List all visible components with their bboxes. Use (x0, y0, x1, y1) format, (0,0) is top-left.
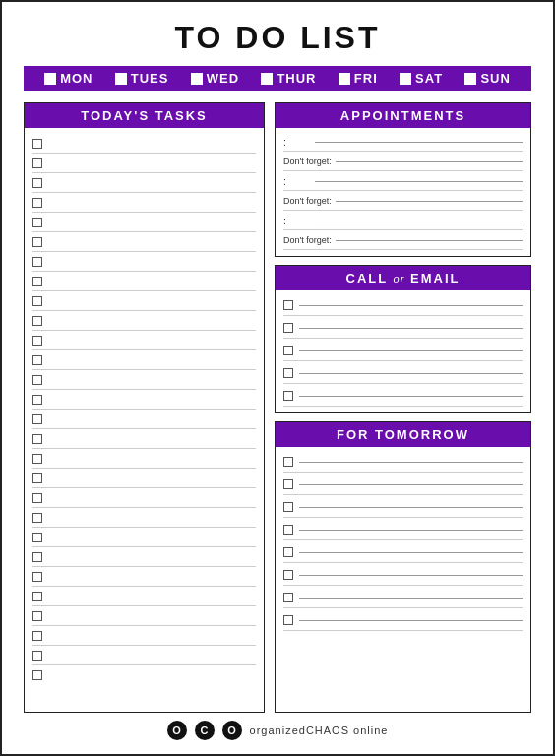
brand-circle-o2: O (222, 721, 242, 740)
task-row (32, 390, 256, 410)
day-tues[interactable]: TUES (115, 71, 169, 86)
task-checkbox[interactable] (32, 533, 42, 542)
task-row (32, 508, 256, 528)
tues-checkbox[interactable] (115, 73, 127, 85)
brand-name: organizedCHAOS online (250, 724, 389, 736)
task-checkbox[interactable] (32, 414, 42, 424)
task-checkbox[interactable] (32, 395, 42, 405)
call-checkbox[interactable] (283, 323, 293, 333)
day-wed[interactable]: WED (191, 71, 239, 86)
call-checkbox[interactable] (283, 346, 293, 355)
appt-line (336, 201, 523, 202)
tomorrow-row (283, 611, 523, 631)
call-line (299, 328, 523, 329)
task-row (32, 173, 256, 193)
mon-checkbox[interactable] (44, 73, 56, 85)
task-checkbox[interactable] (32, 158, 42, 168)
appt-dont-forget-row: Don't forget: (283, 154, 523, 171)
task-checkbox[interactable] (32, 237, 42, 247)
sun-checkbox[interactable] (464, 73, 476, 85)
tomorrow-line (299, 462, 523, 463)
tomorrow-header: FOR TOMORROW (276, 422, 530, 447)
tomorrow-row (283, 475, 523, 495)
task-checkbox[interactable] (32, 434, 42, 444)
appointments-body: : Don't forget: : Don't fo (276, 128, 530, 256)
task-row (32, 252, 256, 272)
tomorrow-section: FOR TOMORROW (275, 421, 531, 713)
task-checkbox[interactable] (32, 277, 42, 286)
wed-checkbox[interactable] (191, 73, 203, 85)
day-sat[interactable]: SAT (400, 71, 443, 86)
task-checkbox[interactable] (32, 218, 42, 227)
task-checkbox[interactable] (32, 257, 42, 267)
day-fri[interactable]: FRI (339, 71, 378, 86)
tomorrow-line (299, 530, 523, 531)
task-checkbox[interactable] (32, 552, 42, 562)
call-row (283, 342, 523, 361)
call-row (283, 364, 523, 384)
brand-circle-c: C (195, 721, 215, 740)
tomorrow-checkbox[interactable] (283, 615, 293, 625)
call-row (283, 387, 523, 407)
task-checkbox[interactable] (32, 454, 42, 464)
task-checkbox[interactable] (32, 631, 42, 641)
task-checkbox[interactable] (32, 139, 42, 149)
task-checkbox[interactable] (32, 493, 42, 503)
call-checkbox[interactable] (283, 300, 293, 310)
task-checkbox[interactable] (32, 592, 42, 601)
fri-label: FRI (354, 71, 378, 86)
tomorrow-checkbox[interactable] (283, 593, 293, 602)
task-row (32, 350, 256, 370)
call-row (283, 319, 523, 339)
appt-dont-forget-row: Don't forget: (283, 232, 523, 250)
appt-time: : (283, 216, 311, 226)
tomorrow-checkbox[interactable] (283, 525, 293, 535)
tomorrow-row (283, 589, 523, 608)
fri-checkbox[interactable] (339, 73, 350, 85)
tomorrow-checkbox[interactable] (283, 547, 293, 557)
tomorrow-checkbox[interactable] (283, 479, 293, 489)
call-line (299, 373, 523, 374)
mon-label: MON (60, 71, 92, 86)
tomorrow-body (276, 447, 530, 712)
day-sun[interactable]: SUN (464, 71, 510, 86)
task-row (32, 547, 256, 567)
appt-row: : (283, 173, 523, 191)
task-checkbox[interactable] (32, 473, 42, 483)
call-email-section: CALL or EMAIL (275, 265, 531, 413)
tomorrow-line (299, 598, 523, 598)
task-checkbox[interactable] (32, 611, 42, 621)
tomorrow-checkbox[interactable] (283, 570, 293, 580)
task-checkbox[interactable] (32, 316, 42, 326)
task-checkbox[interactable] (32, 572, 42, 582)
task-checkbox[interactable] (32, 651, 42, 661)
task-row (32, 429, 256, 449)
task-checkbox[interactable] (32, 513, 42, 523)
tomorrow-checkbox[interactable] (283, 502, 293, 512)
tomorrow-line (299, 620, 523, 621)
page: TO DO LIST MON TUES WED THUR FRI SAT (0, 0, 555, 756)
task-checkbox[interactable] (32, 336, 42, 346)
task-checkbox[interactable] (32, 178, 42, 188)
task-row (32, 193, 256, 213)
day-thur[interactable]: THUR (261, 71, 316, 86)
dont-forget-label: Don't forget: (283, 157, 332, 166)
sat-checkbox[interactable] (400, 73, 411, 85)
content-area: TODAY'S TASKS (24, 102, 531, 713)
appt-line (336, 240, 523, 241)
task-checkbox[interactable] (32, 670, 42, 680)
call-checkbox[interactable] (283, 391, 293, 401)
call-checkbox[interactable] (283, 368, 293, 378)
task-row (32, 291, 256, 311)
appt-line (315, 220, 523, 221)
tomorrow-line (299, 507, 523, 508)
task-row (32, 213, 256, 232)
task-checkbox[interactable] (32, 375, 42, 385)
task-checkbox[interactable] (32, 198, 42, 208)
task-row (32, 469, 256, 488)
day-mon[interactable]: MON (44, 71, 92, 86)
tomorrow-checkbox[interactable] (283, 457, 293, 467)
thur-checkbox[interactable] (261, 73, 273, 85)
task-checkbox[interactable] (32, 296, 42, 306)
task-checkbox[interactable] (32, 355, 42, 365)
